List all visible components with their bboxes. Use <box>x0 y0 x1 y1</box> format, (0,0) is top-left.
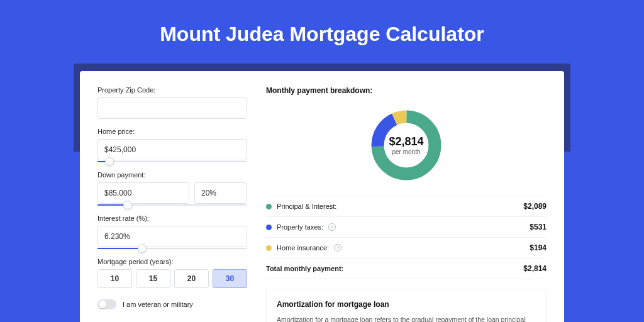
breakdown-label: Property taxes: <box>277 223 323 231</box>
amortization-text: Amortization for a mortgage loan refers … <box>277 315 536 322</box>
donut-sub: per month <box>392 148 420 155</box>
zip-input[interactable] <box>97 97 247 119</box>
slider-thumb[interactable] <box>105 157 114 166</box>
total-label: Total monthly payment: <box>266 265 343 272</box>
breakdown-value: $194 <box>530 243 547 252</box>
help-icon[interactable]: ? <box>328 223 336 231</box>
legend-dot <box>266 204 272 209</box>
home-price-input[interactable] <box>97 139 247 160</box>
payment-donut-chart: $2,814 per month <box>369 108 444 183</box>
breakdown-panel: Monthly payment breakdown: $2,814 per mo… <box>266 86 547 322</box>
page-title: Mount Judea Mortgage Calculator <box>0 23 644 46</box>
donut-amount: $2,814 <box>389 135 423 148</box>
calculator-card: Property Zip Code: Home price: Down paym… <box>80 71 564 322</box>
slider-thumb[interactable] <box>123 201 132 209</box>
period-option-15[interactable]: 15 <box>136 269 170 288</box>
down-payment-group: Down payment: <box>97 171 247 206</box>
donut-container: $2,814 per month <box>266 103 547 196</box>
breakdown-row: Home insurance:?$194 <box>266 238 547 258</box>
total-row: Total monthly payment:$2,814 <box>266 258 547 279</box>
breakdown-title: Monthly payment breakdown: <box>266 86 547 95</box>
amortization-section: Amortization for mortgage loan Amortizat… <box>266 291 547 322</box>
page-header: Mount Judea Mortgage Calculator <box>0 0 644 64</box>
home-price-group: Home price: <box>97 128 247 162</box>
interest-group: Interest rate (%): <box>97 214 247 249</box>
legend-dot <box>266 225 272 230</box>
veteran-toggle-row: I am veteran or military <box>97 299 247 309</box>
breakdown-row: Principal & Interest:$2,089 <box>266 196 547 217</box>
breakdown-rows: Principal & Interest:$2,089Property taxe… <box>266 196 547 279</box>
breakdown-label: Principal & Interest: <box>277 203 336 210</box>
zip-label: Property Zip Code: <box>97 86 247 94</box>
interest-label: Interest rate (%): <box>97 214 247 222</box>
zip-group: Property Zip Code: <box>97 86 247 119</box>
breakdown-label: Home insurance: <box>277 244 329 252</box>
interest-input[interactable] <box>97 226 247 247</box>
veteran-switch[interactable] <box>97 299 116 309</box>
home-price-label: Home price: <box>97 128 247 135</box>
breakdown-row: Property taxes:?$531 <box>266 217 547 238</box>
period-group: Mortgage period (years): 10152030 <box>97 258 247 288</box>
form-panel: Property Zip Code: Home price: Down paym… <box>97 86 247 322</box>
period-option-10[interactable]: 10 <box>97 269 132 288</box>
down-payment-input[interactable] <box>97 182 189 204</box>
home-price-slider[interactable] <box>97 161 247 162</box>
period-buttons: 10152030 <box>97 269 247 288</box>
total-value: $2,814 <box>523 264 547 273</box>
veteran-label: I am veteran or military <box>123 301 193 308</box>
period-label: Mortgage period (years): <box>97 258 247 265</box>
down-payment-label: Down payment: <box>97 171 247 179</box>
period-option-20[interactable]: 20 <box>174 269 209 288</box>
donut-center: $2,814 per month <box>369 108 444 183</box>
breakdown-value: $2,089 <box>523 202 547 211</box>
help-icon[interactable]: ? <box>334 244 341 252</box>
legend-dot <box>266 245 272 251</box>
period-option-30[interactable]: 30 <box>213 269 247 288</box>
slider-thumb[interactable] <box>138 244 147 253</box>
breakdown-value: $531 <box>530 223 547 231</box>
interest-slider[interactable] <box>97 248 247 249</box>
amortization-title: Amortization for mortgage loan <box>277 300 536 309</box>
down-payment-slider[interactable] <box>97 204 247 206</box>
down-payment-pct-input[interactable] <box>194 182 247 204</box>
